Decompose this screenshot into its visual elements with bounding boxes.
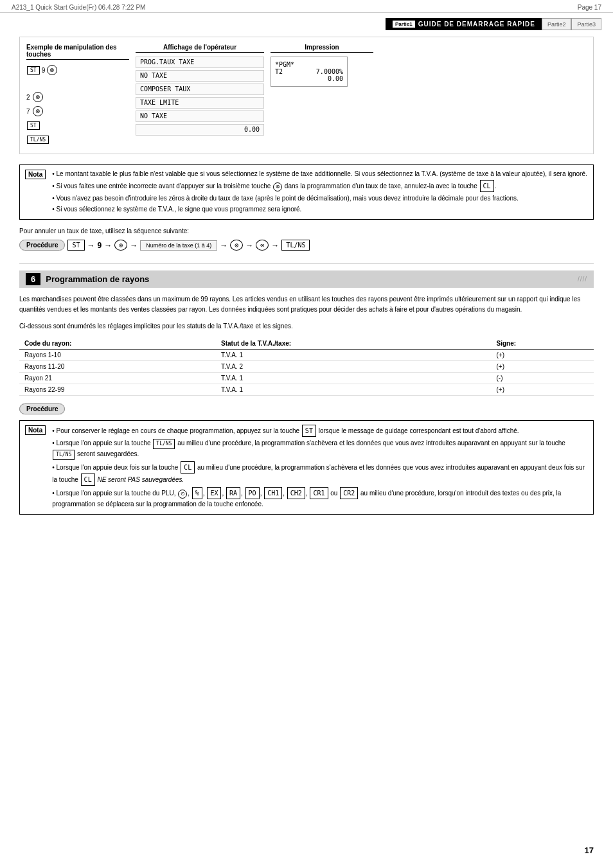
key-2: 2 <box>26 94 30 101</box>
table-cell-3-0: Rayons 22-99 <box>19 384 216 396</box>
table-cell-1-0: Rayons 11-20 <box>19 361 216 373</box>
section6-desc1: Les marchandises peuvent être classées d… <box>19 294 594 315</box>
table-cell-2-1: T.V.A. 1 <box>216 373 492 384</box>
key-9-1: 9 <box>42 67 46 74</box>
col-print: Impression *PGM* T2 7.0000% 0.00 <box>271 44 373 147</box>
table-cell-1-2: (+) <box>492 361 594 373</box>
key-ref-cl2: CL <box>181 461 195 474</box>
display-row-4: TAXE LMITE <box>136 97 264 109</box>
print-line-3: 0.00 <box>275 75 343 82</box>
partie1-badge: Partie1 <box>392 20 416 28</box>
nota1-item-1: • Le montant taxable le plus faible n'es… <box>52 169 587 179</box>
key-row-1: ST 9 ⊗ <box>26 64 129 76</box>
arrow-6: → <box>271 241 279 250</box>
table-cell-3-2: (+) <box>492 384 594 396</box>
procedure2-container: Procédure <box>19 405 594 412</box>
print-t2: T2 <box>275 68 283 75</box>
key-ref-cl: CL <box>480 180 494 192</box>
flow-circle-2: ⊗ <box>230 240 243 251</box>
table-cell-0-0: Rayons 1-10 <box>19 350 216 361</box>
procedure2-badge: Procédure <box>19 403 65 414</box>
key-row-6: TL/NS <box>26 133 129 146</box>
print-pgm: *PGM* <box>275 61 294 68</box>
key-circle-3: ⊗ <box>33 92 43 102</box>
table-cell-0-2: (+) <box>492 350 594 361</box>
key-ref-ra: RA <box>226 487 240 499</box>
print-zero: 0.00 <box>328 75 343 82</box>
print-box: *PGM* T2 7.0000% 0.00 <box>271 57 348 87</box>
key-ref-st: ST <box>302 425 316 437</box>
divider-1 <box>19 263 594 264</box>
nota2-item-3: • Lorsque l'on appuie deux fois sur la t… <box>52 461 588 486</box>
key-st-5: ST <box>27 121 40 130</box>
key-row-3: 2 ⊗ <box>26 91 129 103</box>
nota2-item-1: • Pour conserver le réglage en cours de … <box>52 425 588 437</box>
display-row-2: NO TAXE <box>136 70 264 82</box>
key-tlns-6: TL/NS <box>27 136 49 144</box>
nota1-item-2: • Si vous faites une entrée incorrecte a… <box>52 180 587 192</box>
page-header: A213_1 Quick Start Guide(Fr) 06.4.28 7:2… <box>0 0 613 13</box>
col1-header: Exemple de manipulation des touches <box>26 44 129 60</box>
key-st-1: ST <box>27 66 40 75</box>
arrow-3: → <box>130 241 138 250</box>
key-circle-1: ⊗ <box>47 65 57 75</box>
page-number: 17 <box>585 846 594 855</box>
section6-desc2: Ci-dessous sont énumérés les réglages im… <box>19 321 594 332</box>
rayon-table: Code du rayon: Statut de la T.V.A./taxe:… <box>19 338 594 396</box>
table-row: Rayons 1-10T.V.A. 1(+) <box>19 350 594 361</box>
arrow-5: → <box>245 241 253 250</box>
key-ref-pct: % <box>192 487 202 499</box>
key-ref-ch1: CH1 <box>264 487 282 499</box>
print-rate: 7.0000% <box>316 68 343 75</box>
flow-circle-1: ⊗ <box>114 240 127 251</box>
key-ref-cr2: CR2 <box>340 487 358 499</box>
section6-num: 6 <box>26 273 40 285</box>
partie3-tab[interactable]: Partie3 <box>571 18 601 30</box>
guide-bar-main: Partie1 GUIDE DE DEMARRAGE RAPIDE <box>386 18 542 30</box>
arrow-1: → <box>87 241 95 250</box>
col2-header: Affichage de l'opérateur <box>136 44 264 53</box>
nota2-label: Nota <box>25 425 46 435</box>
key-ref-cl3: CL <box>81 474 95 486</box>
key-ref-po: PO <box>245 487 260 499</box>
procedure1-intro: Pour annuler un taux de taxe, utilisez l… <box>19 227 594 235</box>
partie2-tab[interactable]: Partie2 <box>542 18 572 30</box>
section6-title: Programmation de rayons <box>46 274 149 284</box>
main-content: Exemple de manipulation des touches ST 9… <box>0 30 613 535</box>
col3-header: Impression <box>271 44 373 53</box>
display-row-5: NO TAXE <box>136 111 264 122</box>
key-ref-ch2: CH2 <box>287 487 305 499</box>
example-section: Exemple de manipulation des touches ST 9… <box>19 37 594 154</box>
nota2-item-2: • Lorsque l'on appuie sur la touche TL/N… <box>52 438 588 460</box>
table-cell-0-1: T.V.A. 1 <box>216 350 492 361</box>
table-cell-2-2: (-) <box>492 373 594 384</box>
guide-bar: Partie1 GUIDE DE DEMARRAGE RAPIDE Partie… <box>12 18 601 30</box>
key-ref-ex: EX <box>207 487 221 499</box>
table-cell-1-1: T.V.A. 2 <box>216 361 492 373</box>
flow-tax-label: Numéro de la taxe (1 à 4) <box>140 240 217 251</box>
header-right: Page 17 <box>578 4 601 11</box>
section6-lines: //// <box>578 276 587 283</box>
section6-header: 6 Programmation de rayons //// <box>19 270 594 288</box>
key-7: 7 <box>26 108 30 115</box>
guide-bar-title: GUIDE DE DEMARRAGE RAPIDE <box>418 21 535 28</box>
nota1-item-4: • Si vous sélectionnez le système de T.V… <box>52 204 587 214</box>
key-circle-4: ⊗ <box>33 106 43 116</box>
table-row: Rayons 11-20T.V.A. 2(+) <box>19 361 594 373</box>
table-col1-header: Code du rayon: <box>19 338 216 350</box>
nota2-item-4: • Lorsque l'on appuie sur la touche du P… <box>52 487 588 509</box>
nota1-box: Nota • Le montant taxable le plus faible… <box>19 164 594 220</box>
key-ref-cr1: CR1 <box>310 487 328 499</box>
key-row-2 <box>26 78 129 89</box>
col-keys: Exemple de manipulation des touches ST 9… <box>26 44 129 147</box>
arrow-4: → <box>220 241 227 250</box>
nota1-content: • Le montant taxable le plus faible n'es… <box>52 169 587 215</box>
key-ref-tlns: TL/NS <box>153 439 175 449</box>
print-line-1: *PGM* <box>275 61 343 68</box>
display-row-6: 0.00 <box>136 124 264 136</box>
procedure1-flow: Procédure ST → 9 → ⊗ → Numéro de la taxe… <box>19 240 594 251</box>
table-row: Rayon 21T.V.A. 1(-) <box>19 373 594 384</box>
key-ref-tlns2: TL/NS <box>53 450 75 460</box>
nota1-item-3: • Vous n'avez pas besoin d'introduire le… <box>52 193 587 203</box>
procedure1-badge: Procédure <box>19 240 65 251</box>
